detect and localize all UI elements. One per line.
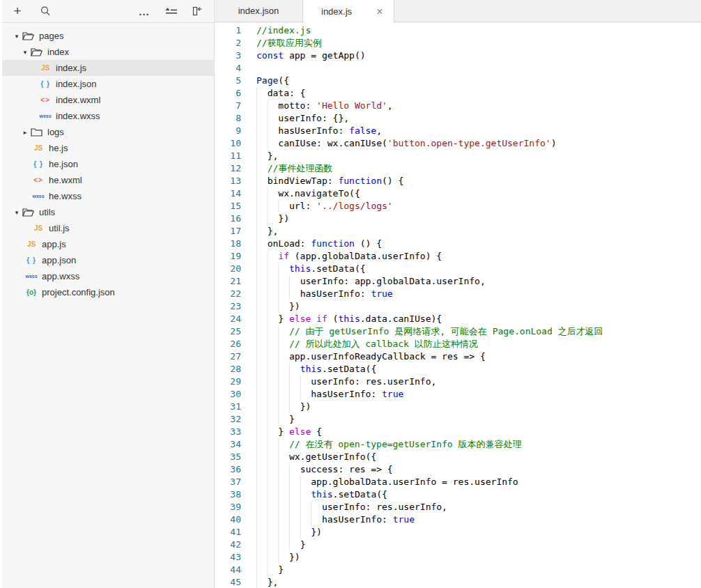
js-file-icon: JS	[30, 144, 47, 152]
line-number: 16	[215, 212, 251, 225]
code-line[interactable]: 36 success: res => {	[215, 463, 701, 476]
folder-open-icon	[22, 208, 34, 217]
code-line[interactable]: 25 // 由于 getUserInfo 是网络请求, 可能会在 Page.on…	[215, 325, 701, 338]
tree-file-he.wxml[interactable]: <>he.wxml	[2, 172, 214, 188]
tree-file-index.js[interactable]: JSindex.js	[2, 60, 214, 76]
code-line[interactable]: 42 }	[215, 539, 701, 551]
toggle-sidebar-icon[interactable]	[190, 4, 204, 18]
code-line[interactable]: 20 this.setData({	[215, 263, 701, 275]
code-text: success: res => {	[251, 463, 393, 476]
code-line[interactable]: 6 data: {	[215, 87, 701, 100]
code-line[interactable]: 37 app.globalData.userInfo = res.userInf…	[215, 476, 701, 488]
chevron-right-icon[interactable]: ▸	[21, 129, 29, 136]
tree-folder-pages[interactable]: ▾pages	[2, 28, 214, 44]
add-file-icon[interactable]: +	[10, 4, 24, 18]
tree-folder-logs[interactable]: ▸logs	[2, 124, 214, 140]
collapse-all-icon[interactable]	[164, 4, 178, 18]
code-line[interactable]: 34 // 在没有 open-type=getUserInfo 版本的兼容处理	[215, 438, 701, 451]
code-line[interactable]: 40 hasUserInfo: true	[215, 513, 701, 526]
code-line[interactable]: 43 })	[215, 551, 701, 564]
code-line[interactable]: 33 } else {	[215, 426, 701, 438]
tab-close-icon[interactable]: ×	[374, 6, 385, 18]
tree-file-index.json[interactable]: { }index.json	[2, 76, 214, 92]
code-text	[251, 62, 256, 75]
tree-file-app.json[interactable]: { }app.json	[2, 252, 214, 268]
tree-file-index.wxml[interactable]: <>index.wxml	[2, 92, 214, 108]
tree-file-he.js[interactable]: JShe.js	[2, 140, 214, 156]
chevron-down-icon[interactable]: ▾	[13, 209, 21, 216]
line-number: 13	[215, 175, 251, 187]
tree-file-he.wxss[interactable]: wxsshe.wxss	[2, 188, 214, 204]
code-text: canIUse: wx.canIUse('button.open-type.ge…	[251, 137, 557, 150]
code-line[interactable]: 3const app = getApp()	[215, 49, 701, 62]
search-icon[interactable]	[38, 4, 52, 18]
code-line[interactable]: 27 app.userInfoReadyCallback = res => {	[215, 350, 701, 363]
code-line[interactable]: 15 url: '../logs/logs'	[215, 200, 701, 212]
line-number: 44	[215, 564, 251, 576]
code-line[interactable]: 24 } else if (this.data.canIUse){	[215, 313, 701, 325]
code-line[interactable]: 16 })	[215, 212, 701, 225]
tree-file-util.js[interactable]: JSutil.js	[2, 220, 214, 236]
code-line[interactable]: 32 }	[215, 413, 701, 426]
code-line[interactable]: 35 wx.getUserInfo({	[215, 451, 701, 463]
code-line[interactable]: 31 })	[215, 401, 701, 413]
tree-file-index.wxss[interactable]: wxssindex.wxss	[2, 108, 214, 124]
code-editor[interactable]: 1//index.js2//获取应用实例3const app = getApp(…	[215, 23, 701, 588]
code-line[interactable]: 8 userInfo: {},	[215, 112, 701, 125]
line-number: 20	[215, 263, 251, 275]
tree-file-app.js[interactable]: JSapp.js	[2, 236, 214, 252]
code-line[interactable]: 1//index.js	[215, 24, 701, 37]
tree-item-label: index.js	[56, 63, 86, 73]
chevron-down-icon[interactable]: ▾	[13, 33, 21, 40]
code-line[interactable]: 7 motto: 'Hello World',	[215, 100, 701, 112]
tab-index.json[interactable]: index.json	[215, 0, 302, 22]
chevron-down-icon[interactable]: ▾	[21, 49, 29, 56]
code-text: bindViewTap: function() {	[251, 175, 403, 187]
code-line[interactable]: 14 wx.navigateTo({	[215, 187, 701, 200]
code-line[interactable]: 18 onLoad: function () {	[215, 238, 701, 250]
code-line[interactable]: 4	[215, 62, 701, 75]
more-icon[interactable]: ...	[137, 4, 151, 18]
code-line[interactable]: 29 userInfo: res.userInfo,	[215, 376, 701, 388]
line-number: 41	[215, 526, 251, 539]
code-line[interactable]: 9 hasUserInfo: false,	[215, 125, 701, 137]
code-line[interactable]: 44 }	[215, 564, 701, 576]
code-line[interactable]: 11 },	[215, 150, 701, 162]
code-line[interactable]: 2//获取应用实例	[215, 37, 701, 49]
tree-item-label: logs	[47, 127, 64, 137]
code-line[interactable]: 38 this.setData({	[215, 488, 701, 501]
code-line[interactable]: 26 // 所以此处加入 callback 以防止这种情况	[215, 338, 701, 350]
code-line[interactable]: 12 //事件处理函数	[215, 162, 701, 175]
code-line[interactable]: 45 },	[215, 576, 701, 588]
line-number: 9	[215, 125, 251, 137]
code-line[interactable]: 19 if (app.globalData.userInfo) {	[215, 250, 701, 263]
code-text: })	[251, 526, 322, 539]
code-text: const app = getApp()	[251, 49, 366, 62]
line-number: 22	[215, 288, 251, 300]
code-line[interactable]: 17 },	[215, 225, 701, 238]
line-number: 5	[215, 75, 251, 87]
line-number: 10	[215, 137, 251, 150]
code-line[interactable]: 23 })	[215, 300, 701, 313]
code-line[interactable]: 22 hasUserInfo: true	[215, 288, 701, 300]
tree-item-label: index.wxml	[56, 95, 100, 105]
code-line[interactable]: 41 })	[215, 526, 701, 539]
code-line[interactable]: 13 bindViewTap: function() {	[215, 175, 701, 187]
line-number: 32	[215, 413, 251, 426]
tab-index.js[interactable]: index.js×	[302, 0, 394, 23]
tree-folder-utils[interactable]: ▾utils	[2, 204, 214, 220]
line-number: 7	[215, 100, 251, 112]
tree-file-he.json[interactable]: { }he.json	[2, 156, 214, 172]
code-line[interactable]: 39 userInfo: res.userInfo,	[215, 501, 701, 513]
code-line[interactable]: 5Page({	[215, 75, 701, 87]
code-text: if (app.globalData.userInfo) {	[251, 250, 442, 263]
tree-item-label: index.json	[56, 79, 97, 89]
code-line[interactable]: 10 canIUse: wx.canIUse('button.open-type…	[215, 137, 701, 150]
code-line[interactable]: 21 userInfo: app.globalData.userInfo,	[215, 275, 701, 288]
tree-file-app.wxss[interactable]: wxssapp.wxss	[2, 268, 214, 284]
line-number: 38	[215, 488, 251, 501]
tree-file-project.config.json[interactable]: {o}project.config.json	[2, 284, 214, 300]
code-line[interactable]: 28 this.setData({	[215, 363, 701, 376]
tree-folder-index[interactable]: ▾index	[2, 44, 214, 60]
code-line[interactable]: 30 hasUserInfo: true	[215, 388, 701, 401]
